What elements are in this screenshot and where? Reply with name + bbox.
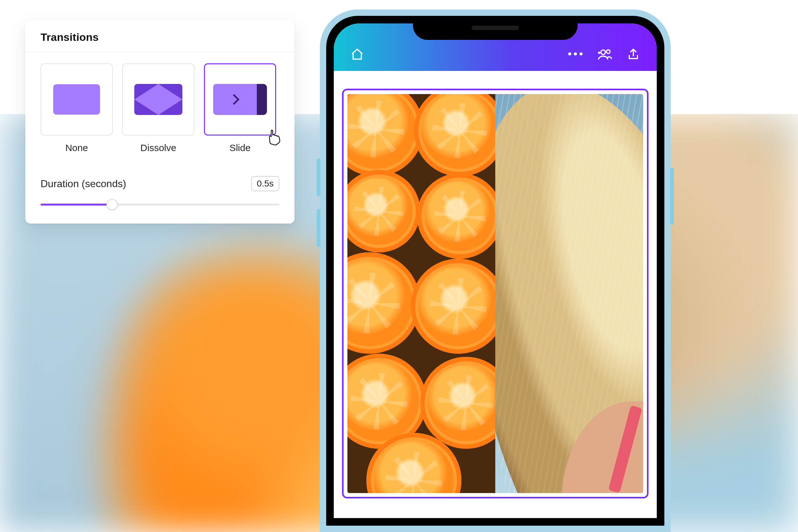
transition-option-none-label: None (65, 142, 88, 153)
phone-power-button (670, 168, 674, 225)
chevron-right-icon (229, 94, 240, 105)
canvas-selected-frame[interactable] (342, 89, 648, 498)
transition-option-slide-label: Slide (230, 142, 251, 153)
canvas-content (347, 94, 643, 493)
transitions-panel: Transitions None Dissolve (25, 20, 294, 224)
transition-option-none: None (40, 63, 113, 153)
more-button[interactable]: ••• (568, 45, 585, 63)
slider-thumb[interactable] (107, 199, 118, 210)
phone-volume-down-button (317, 209, 321, 247)
transition-option-slide: Slide (204, 63, 276, 153)
phone-volume-up-button (317, 158, 321, 196)
export-button[interactable] (625, 45, 642, 63)
panel-title: Transitions (25, 20, 294, 52)
more-horizontal-icon: ••• (568, 48, 585, 61)
svg-point-0 (601, 50, 606, 55)
canvas-left-image (347, 94, 495, 493)
add-people-icon (597, 48, 613, 61)
transition-slide-icon (213, 84, 267, 115)
transition-option-dissolve: Dissolve (122, 63, 194, 153)
transition-option-slide-tile[interactable] (204, 63, 276, 135)
home-icon (350, 48, 364, 61)
transition-none-icon (53, 84, 100, 115)
transition-option-none-tile[interactable] (40, 63, 113, 135)
add-people-button[interactable] (596, 45, 614, 63)
duration-slider[interactable] (40, 199, 279, 210)
phone-screen: ••• (334, 23, 657, 518)
canvas-right-image (495, 94, 643, 493)
svg-point-1 (606, 50, 610, 53)
duration-value-chip[interactable]: 0.5s (251, 176, 279, 191)
upload-share-icon (626, 48, 640, 61)
transition-options: None Dissolve (40, 63, 279, 153)
phone-mockup: ••• (320, 10, 671, 532)
duration-label: Duration (seconds) (40, 178, 126, 190)
transition-dissolve-icon (134, 84, 183, 115)
phone-notch (413, 16, 577, 40)
slider-fill (40, 204, 112, 206)
transition-option-dissolve-label: Dissolve (140, 142, 176, 153)
transition-option-dissolve-tile[interactable] (122, 63, 194, 135)
home-button[interactable] (348, 45, 366, 63)
